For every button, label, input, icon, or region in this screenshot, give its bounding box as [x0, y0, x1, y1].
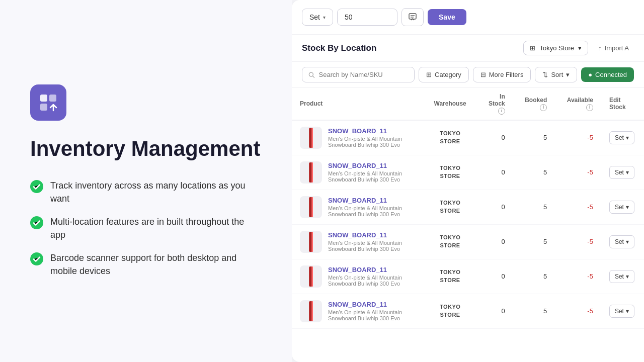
product-image-3 — [304, 231, 318, 252]
category-button[interactable]: ⊞ Category — [419, 67, 469, 82]
col-in-stock: In Stock i — [474, 88, 513, 120]
product-sku-2[interactable]: SNOW_BOARD_11 — [328, 197, 418, 204]
table-row: SNOW_BOARD_11 Men's On-piste & All Mount… — [292, 155, 644, 190]
cell-edit-stock-0: Set ▾ — [601, 120, 644, 155]
set-dropdown[interactable]: Set ▾ — [302, 9, 333, 26]
category-icon: ⊞ — [426, 71, 432, 78]
warehouse-label-0: TOKYOSTORE — [434, 130, 466, 145]
set-stock-chevron-icon-5: ▾ — [626, 308, 629, 315]
col-available: Available i — [555, 88, 601, 120]
feature-item-2: Multi-location features are in built thr… — [30, 215, 262, 241]
product-image-2 — [304, 197, 318, 218]
product-image-1 — [304, 162, 318, 183]
svg-rect-12 — [309, 128, 311, 148]
more-filters-button[interactable]: ⊟ More Filters — [473, 67, 531, 82]
cell-available-3: -5 — [555, 224, 601, 259]
warehouse-label-1: TOKYOSTORE — [434, 164, 466, 180]
svg-rect-24 — [309, 266, 311, 287]
svg-rect-15 — [309, 162, 311, 183]
cell-booked-2: 5 — [513, 190, 555, 224]
set-stock-button-2[interactable]: Set ▾ — [609, 201, 634, 214]
feature-item-3: Barcode scanner support for both desktop… — [30, 251, 262, 278]
svg-rect-1 — [49, 95, 56, 102]
import-label: Import A — [605, 44, 629, 52]
svg-rect-18 — [309, 197, 311, 217]
sort-label: Sort — [551, 71, 563, 78]
app-icon — [30, 84, 66, 121]
filter-bar: ⊞ Category ⊟ More Filters ⇅ Sort ▾ ● Con… — [292, 62, 644, 88]
filter-icon: ⊟ — [480, 71, 486, 78]
left-panel: Inventory Management Track inventory acr… — [0, 0, 292, 362]
import-button[interactable]: ↑ Import A — [593, 41, 634, 55]
cell-in-stock-1: 0 — [474, 155, 513, 190]
product-sku-4[interactable]: SNOW_BOARD_11 — [328, 266, 418, 274]
set-stock-button-0[interactable]: Set ▾ — [609, 131, 634, 144]
cell-warehouse-3: TOKYOSTORE — [426, 224, 474, 259]
product-thumbnail-2 — [300, 196, 322, 218]
product-image-0 — [304, 127, 318, 148]
product-info-5: SNOW_BOARD_11 Men's On-piste & All Mount… — [328, 301, 418, 321]
more-filters-label: More Filters — [489, 71, 524, 78]
product-thumbnail-1 — [300, 161, 322, 184]
inventory-table-container: Product Warehouse In Stock i Booked i Av — [292, 88, 644, 362]
inventory-table: Product Warehouse In Stock i Booked i Av — [292, 88, 644, 329]
product-thumbnail-3 — [300, 231, 322, 253]
col-booked: Booked i — [513, 88, 555, 120]
product-sku-0[interactable]: SNOW_BOARD_11 — [328, 127, 418, 135]
comment-icon — [408, 13, 417, 22]
feature-item-1: Track inventory across as many locations… — [30, 179, 262, 205]
feature-text-3: Barcode scanner support for both desktop… — [50, 251, 262, 278]
quantity-input[interactable] — [337, 9, 397, 26]
sort-icon: ⇅ — [542, 71, 548, 78]
cell-warehouse-1: TOKYOSTORE — [426, 155, 474, 190]
product-thumbnail-0 — [300, 127, 322, 149]
set-stock-button-5[interactable]: Set ▾ — [609, 305, 634, 318]
set-stock-button-4[interactable]: Set ▾ — [609, 270, 634, 283]
svg-rect-13 — [312, 128, 313, 148]
set-stock-chevron-icon-4: ▾ — [626, 273, 629, 280]
import-icon: ↑ — [598, 44, 602, 52]
cell-booked-5: 5 — [513, 294, 555, 328]
comment-button[interactable] — [401, 8, 424, 26]
product-info-3: SNOW_BOARD_11 Men's On-piste & All Mount… — [328, 231, 418, 252]
svg-rect-22 — [312, 232, 313, 252]
product-sku-1[interactable]: SNOW_BOARD_11 — [328, 162, 418, 169]
chevron-down-icon: ▾ — [323, 15, 326, 20]
available-info-icon: i — [586, 104, 593, 111]
connected-label: Connected — [595, 71, 627, 78]
set-stock-button-3[interactable]: Set ▾ — [609, 235, 634, 248]
svg-rect-19 — [312, 197, 313, 217]
check-icon-1 — [30, 180, 43, 193]
in-stock-info-icon: i — [498, 108, 505, 115]
cell-warehouse-0: TOKYOSTORE — [426, 120, 474, 155]
product-name-5: Men's On-piste & All Mountain Snowboard … — [328, 309, 418, 321]
product-thumbnail-4 — [300, 265, 322, 288]
page-title: Inventory Management — [30, 137, 262, 161]
product-sku-5[interactable]: SNOW_BOARD_11 — [328, 301, 418, 308]
product-info-2: SNOW_BOARD_11 Men's On-piste & All Mount… — [328, 197, 418, 217]
cell-booked-3: 5 — [513, 224, 555, 259]
set-stock-chevron-icon-3: ▾ — [626, 238, 629, 245]
product-name-1: Men's On-piste & All Mountain Snowboard … — [328, 170, 418, 183]
warehouse-label-2: TOKYOSTORE — [434, 199, 466, 215]
product-name-3: Men's On-piste & All Mountain Snowboard … — [328, 240, 418, 252]
save-button[interactable]: Save — [428, 9, 466, 25]
col-product: Product — [292, 88, 426, 120]
cell-product-4: SNOW_BOARD_11 Men's On-piste & All Mount… — [292, 259, 426, 294]
cell-available-0: -5 — [555, 120, 601, 155]
feature-text-1: Track inventory across as many locations… — [50, 179, 262, 205]
product-info-0: SNOW_BOARD_11 Men's On-piste & All Mount… — [328, 127, 418, 148]
product-name-0: Men's On-piste & All Mountain Snowboard … — [328, 136, 418, 148]
connected-button[interactable]: ● Connected — [581, 67, 634, 82]
search-box[interactable] — [302, 67, 415, 82]
product-sku-3[interactable]: SNOW_BOARD_11 — [328, 231, 418, 239]
cell-booked-4: 5 — [513, 259, 555, 294]
search-input[interactable] — [319, 71, 408, 78]
set-stock-button-1[interactable]: Set ▾ — [609, 166, 634, 179]
table-row: SNOW_BOARD_11 Men's On-piste & All Mount… — [292, 259, 644, 294]
sort-button[interactable]: ⇅ Sort ▾ — [535, 67, 577, 82]
cell-warehouse-4: TOKYOSTORE — [426, 259, 474, 294]
product-thumbnail-5 — [300, 300, 322, 322]
warehouse-label-5: TOKYOSTORE — [434, 303, 466, 319]
location-selector[interactable]: ⊞ Tokyo Store ▾ — [523, 41, 588, 55]
